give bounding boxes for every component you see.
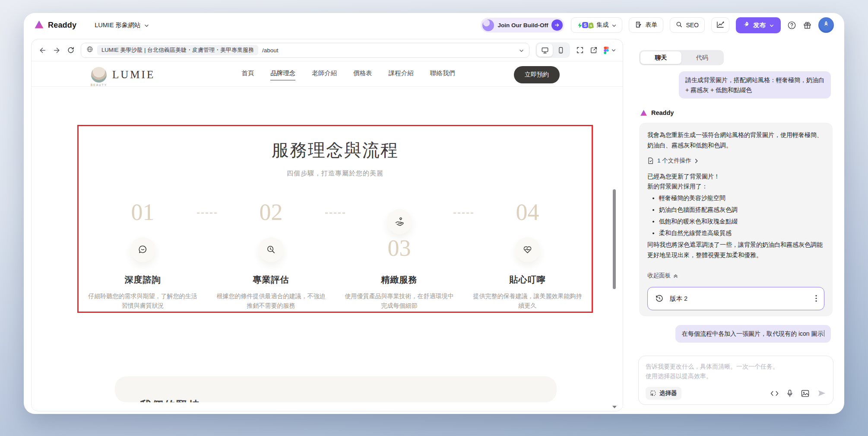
browser-preview-panel: LUMIE 美學沙龍 | 台北信義區美睫・皮膚管理・美甲專業服務 /about: [31, 39, 623, 411]
browser-toolbar: LUMIE 美學沙龍 | 台北信義區美睫・皮膚管理・美甲專業服務 /about: [32, 39, 623, 61]
project-name: LUMIE 形象網站: [95, 21, 140, 29]
site-book-now-button[interactable]: 立即預約: [514, 66, 560, 83]
tab-chat[interactable]: 聊天: [640, 51, 681, 64]
chevron-down-icon: [612, 22, 616, 29]
desktop-view-button[interactable]: [537, 44, 553, 57]
integrations-button[interactable]: S s 集成: [571, 17, 622, 33]
bullet-item: 低飽和的暖米色和玫瑰金點綴: [659, 216, 824, 227]
section-subtitle: 四個步驟，打造專屬於您的美麗: [79, 169, 592, 178]
step-3-desc: 使用優質產品與專業技術，在舒適環境中完成每個細節: [345, 291, 454, 311]
tab-code[interactable]: 代码: [681, 51, 722, 64]
mic-icon[interactable]: [787, 389, 793, 398]
publish-button[interactable]: 发布: [736, 17, 781, 33]
heart-pulse-icon: [515, 237, 540, 262]
site-nav-home[interactable]: 首頁: [241, 69, 254, 80]
project-switcher[interactable]: LUMIE 形象網站: [95, 21, 149, 29]
site-nav-contact[interactable]: 聯絡我們: [430, 69, 455, 80]
input-action-icons: [770, 389, 826, 398]
bullet-item: 奶油白色牆面搭配霧感灰色調: [659, 205, 824, 215]
assistant-updated-line: 已經為您更新了背景圖片！: [647, 172, 824, 182]
ellipsis-vertical-icon[interactable]: [815, 295, 817, 302]
mobile-view-button[interactable]: [553, 44, 569, 57]
user-avatar[interactable]: [818, 17, 834, 33]
file-operations-row[interactable]: 1 个文件操作: [647, 156, 824, 166]
user-message-1: 請生成背景圖片，搭配網站風格：輕奢極簡，奶油白 + 霧感灰 + 低飽和點綴色: [679, 71, 831, 99]
forms-button[interactable]: 表单: [629, 17, 663, 33]
avatar-rocket-icon: [821, 20, 831, 30]
gift-icon[interactable]: [803, 21, 812, 30]
assistant-bullet-list: 輕奢極簡的美容沙龍空間 奶油白色牆面搭配霧感灰色調 低飽和的暖米色和玫瑰金點綴 …: [647, 193, 824, 238]
collapse-panel-button[interactable]: 收起面板: [647, 271, 824, 281]
step-4-number: 04: [463, 198, 592, 226]
reload-button[interactable]: [67, 46, 75, 54]
analytics-chart-icon: [716, 21, 724, 29]
step-connector: [453, 213, 473, 213]
assistant-paragraph-1: 我會為您重新生成一張符合網站風格的背景圖片，使用輕奢極簡、奶油白、霧感灰和低飽和…: [647, 130, 824, 151]
open-external-button[interactable]: [590, 46, 598, 54]
site-nav-courses[interactable]: 課程介紹: [389, 69, 414, 80]
rocket-icon: [743, 21, 749, 29]
site-nav-pricing[interactable]: 價格表: [353, 69, 372, 80]
step-1-desc: 仔細聆聽您的需求與期望，了解您的生活習慣與膚質狀況: [89, 291, 197, 311]
site-logo[interactable]: BEAUTY LUMIE: [91, 67, 155, 83]
selector-button[interactable]: 选择器: [646, 387, 681, 400]
chevron-down-icon[interactable]: [519, 46, 524, 54]
site-logo-subtext: BEAUTY: [91, 83, 107, 86]
brand-name: Readdy: [48, 21, 76, 30]
seo-button[interactable]: SEO: [670, 17, 705, 33]
step-2-title: 專業評估: [207, 274, 335, 286]
viewport-scrollbar-thumb[interactable]: [613, 189, 616, 289]
figma-export-button[interactable]: [604, 47, 616, 54]
hand-heart-icon: [387, 209, 412, 234]
seo-label: SEO: [686, 22, 699, 29]
url-bar[interactable]: LUMIE 美學沙龍 | 台北信義區美睫・皮膚管理・美甲專業服務 /about: [81, 43, 529, 58]
chat-smile-icon: [130, 237, 155, 262]
service-steps: 01 深度諮詢 仔細聆聽您的需求與期望，了解您的生活習慣與膚質狀況 02: [79, 198, 592, 311]
readdy-brand[interactable]: Readdy: [34, 20, 76, 31]
bullet-item: 輕奢極簡的美容沙龍空間: [659, 193, 824, 204]
bullet-item: 柔和自然光線營造高級質感: [659, 228, 824, 239]
next-section-title: 我們的堅持: [140, 398, 200, 402]
chevron-right-icon: [695, 159, 698, 163]
version-card[interactable]: 版本 2: [647, 287, 824, 310]
magnifier-clock-icon: [259, 237, 284, 262]
desktop-background: Readdy LUMIE 形象網站 Join Our Build-Off S s: [0, 0, 868, 436]
forward-button[interactable]: [53, 46, 61, 54]
chat-input[interactable]: 告诉我要更改什么，具体而清晰。一次一个任务。 使用选择器以提高效率。 选择器: [638, 356, 833, 405]
site-logo-wordmark: LUMIE: [112, 69, 155, 81]
readdy-app-window: Readdy LUMIE 形象網站 Join Our Build-Off S s: [24, 13, 844, 414]
build-off-label: Join Our Build-Off: [497, 22, 548, 29]
step-3-number: 03: [335, 234, 463, 262]
analytics-button[interactable]: [711, 17, 729, 33]
fullscreen-button[interactable]: [576, 46, 584, 54]
site-nav-brand-philosophy[interactable]: 品牌理念: [270, 69, 295, 80]
user-message-2: 在每個流程中各加入一張圖片，取代現有的 icon 圖示: [675, 325, 831, 343]
user-message-2-text: 在每個流程中各加入一張圖片，取代現有的 icon 圖示: [682, 330, 823, 337]
assistant-header: Readdy: [640, 109, 674, 116]
text-cursor: [824, 330, 825, 337]
readdy-logo-icon: [640, 109, 647, 116]
step-4: 04 貼心叮嚀 提供完整的保養建議，讓美麗效果能夠持續更久: [463, 198, 592, 311]
step-1: 01 深度諮詢 仔細聆聽您的需求與期望，了解您的生活習慣與膚質狀況: [79, 198, 207, 311]
back-button[interactable]: [38, 46, 47, 54]
section-title: 服務理念與流程: [79, 138, 592, 162]
build-off-button[interactable]: Join Our Build-Off: [481, 18, 564, 32]
step-2-desc: 根據您的條件提供最適合的建議，不強迫推銷不需要的服務: [217, 291, 326, 311]
help-icon[interactable]: [787, 21, 796, 30]
send-icon[interactable]: [817, 389, 826, 397]
chat-panel: 聊天 代码 請生成背景圖片，搭配網站風格：輕奢極簡，奶油白 + 霧感灰 + 低飽…: [638, 39, 833, 411]
input-toolbar: 选择器: [646, 387, 826, 400]
forms-label: 表单: [645, 21, 657, 29]
page-title-chip: LUMIE 美學沙龍 | 台北信義區美睫・皮膚管理・美甲專業服務: [97, 45, 258, 55]
image-icon[interactable]: [801, 390, 809, 397]
chevron-down-icon: [611, 49, 616, 52]
site-nav-teachers[interactable]: 老師介紹: [312, 69, 337, 80]
device-toggle: [535, 42, 570, 58]
step-1-title: 深度諮詢: [79, 274, 207, 286]
step-4-desc: 提供完整的保養建議，讓美麗效果能夠持續更久: [473, 291, 582, 311]
code-icon[interactable]: [770, 390, 779, 397]
scrollbar-down-arrow[interactable]: [612, 406, 617, 408]
site-nav: 首頁 品牌理念 老師介紹 價格表 課程介紹 聯絡我們: [241, 69, 455, 80]
figma-icon: [604, 47, 609, 54]
shopify-icon: s: [587, 22, 594, 29]
